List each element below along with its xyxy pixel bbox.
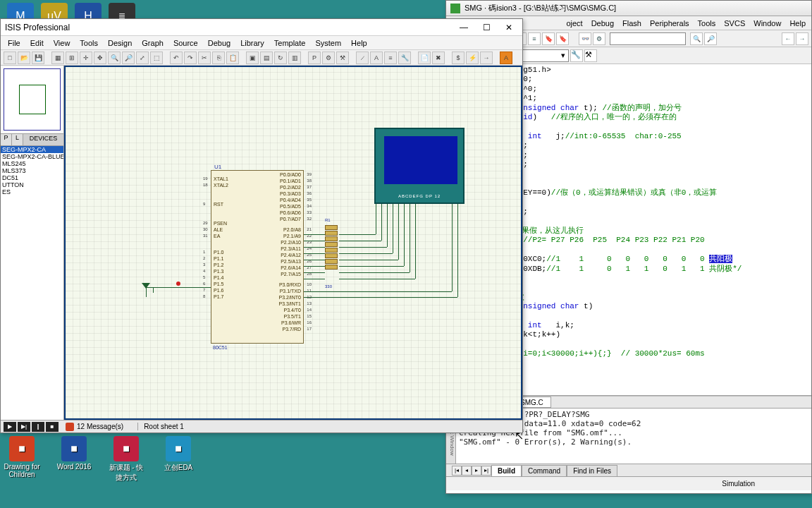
- menu-oject[interactable]: oject: [566, 19, 582, 28]
- library-button[interactable]: L: [12, 134, 23, 145]
- device-item[interactable]: DC51: [1, 174, 63, 181]
- menu-help[interactable]: Help: [351, 39, 367, 47]
- cut-button[interactable]: ✂: [198, 52, 211, 64]
- bookmark-next-button[interactable]: 🔖: [556, 32, 569, 45]
- menu-edit[interactable]: Edit: [30, 39, 44, 47]
- options-button[interactable]: 🔧: [570, 49, 583, 62]
- menu-tools[interactable]: Tools: [698, 19, 716, 28]
- device-item[interactable]: UTTON: [1, 181, 63, 188]
- copy-button[interactable]: ⎘: [212, 52, 225, 64]
- desktop-shortcut[interactable]: ■Drawing for Children: [3, 436, 41, 483]
- message-count[interactable]: 12 Message(s): [66, 423, 123, 431]
- find-button[interactable]: 👓: [579, 32, 591, 45]
- pick-device-button[interactable]: P: [1, 134, 12, 145]
- desktop-shortcut[interactable]: ■新课题 - 快捷方式: [107, 436, 145, 483]
- device-item[interactable]: MLS245: [1, 160, 63, 167]
- netlist-ares-button[interactable]: →: [480, 52, 493, 64]
- menu-debug[interactable]: Debug: [591, 19, 614, 28]
- zoom-in-button[interactable]: 🔍: [108, 52, 121, 64]
- make-device-button[interactable]: ⚙: [322, 52, 335, 64]
- mcu-80c51[interactable]: U1 19XTAL118XTAL29RST29PSEN30ALE31EA1P1.…: [211, 170, 304, 344]
- menu-window[interactable]: Window: [753, 19, 781, 28]
- menu-svcs[interactable]: SVCS: [724, 19, 745, 28]
- paste-button[interactable]: 📋: [226, 52, 239, 64]
- menu-template[interactable]: Template: [274, 39, 306, 47]
- menu-debug[interactable]: Debug: [208, 39, 230, 47]
- erc-button[interactable]: ⚡: [466, 52, 479, 64]
- ares-button[interactable]: A: [500, 52, 512, 64]
- step-button[interactable]: ▶|: [18, 422, 30, 432]
- pick-button[interactable]: P: [308, 52, 321, 64]
- menu-tools[interactable]: Tools: [80, 39, 98, 47]
- menu-flash[interactable]: Flash: [622, 19, 641, 28]
- overview-window[interactable]: [4, 68, 61, 131]
- maximize-button[interactable]: ☐: [477, 21, 496, 34]
- device-item[interactable]: SEG-MPX2-CA: [1, 146, 63, 153]
- new-sheet-button[interactable]: 📄: [418, 52, 431, 64]
- menu-source[interactable]: Source: [173, 39, 198, 47]
- device-list[interactable]: SEG-MPX2-CASEG-MPX2-CA-BLUEMLS245MLS373D…: [1, 146, 63, 420]
- pan-button[interactable]: ✥: [94, 52, 106, 64]
- menu-view[interactable]: View: [54, 39, 70, 47]
- menu-help[interactable]: Help: [789, 19, 806, 28]
- tab-nav-prev[interactable]: ◂: [462, 466, 472, 476]
- device-item[interactable]: MLS373: [1, 167, 63, 174]
- zoom-out-button[interactable]: 🔎: [122, 52, 135, 64]
- proteus-titlebar[interactable]: ISIS Professional — ☐ ✕: [1, 19, 522, 36]
- menu-file[interactable]: File: [8, 39, 20, 47]
- pause-button[interactable]: ‖: [32, 422, 44, 432]
- bookmark-button[interactable]: 🔖: [542, 32, 555, 45]
- seven-seg-display[interactable]: ABCDEFG DP 12: [374, 128, 465, 204]
- schematic-canvas[interactable]: ABCDEFG DP 12 U1 19XTAL118XTAL29RST29PSE…: [64, 66, 522, 420]
- decompose-button[interactable]: ⚒: [336, 52, 349, 64]
- output-tab-find[interactable]: Find in Files: [567, 465, 617, 476]
- config-button[interactable]: ⚙: [593, 32, 605, 45]
- resistor-network[interactable]: R1 330: [325, 225, 339, 282]
- menu-peripherals[interactable]: Peripherals: [650, 19, 689, 28]
- tab-nav-first[interactable]: |◂: [452, 466, 462, 476]
- search-combo[interactable]: [610, 32, 686, 45]
- redo-button[interactable]: ↷: [184, 52, 197, 64]
- undo-button[interactable]: ↶: [170, 52, 183, 64]
- zoom-all-button[interactable]: ⤢: [136, 52, 149, 64]
- bill-button[interactable]: $: [452, 52, 465, 64]
- block-move-button[interactable]: ▤: [260, 52, 273, 64]
- save-button[interactable]: 💾: [32, 52, 44, 64]
- origin-button[interactable]: ✛: [80, 52, 92, 64]
- new-button[interactable]: □: [4, 52, 16, 64]
- output-tab-build[interactable]: Build: [491, 465, 522, 476]
- tab-nav-last[interactable]: ▸|: [481, 466, 491, 476]
- indent-right-button[interactable]: ≡: [528, 32, 541, 45]
- minimize-button[interactable]: —: [455, 21, 473, 34]
- keil-titlebar[interactable]: SMG · 碼ision3 - [G:\B站\练习\SMG\SMG.C]: [446, 1, 811, 16]
- output-tab-command[interactable]: Command: [522, 465, 567, 476]
- device-item[interactable]: SEG-MPX2-CA-BLUE: [1, 153, 63, 160]
- menu-design[interactable]: Design: [108, 39, 132, 47]
- incremental-find-button[interactable]: 🔎: [704, 32, 717, 45]
- nav-back-button[interactable]: ←: [782, 32, 794, 45]
- device-item[interactable]: ES: [1, 188, 63, 195]
- block-rotate-button[interactable]: ↻: [274, 52, 287, 64]
- block-copy-button[interactable]: ▣: [246, 52, 259, 64]
- desktop-shortcut[interactable]: ■立创EDA: [159, 436, 197, 483]
- print-area-button[interactable]: ▦: [51, 52, 64, 64]
- menu-library[interactable]: Library: [240, 39, 264, 47]
- block-delete-button[interactable]: ▥: [288, 52, 301, 64]
- find-in-files-button[interactable]: 🔍: [690, 32, 703, 45]
- switch-node[interactable]: [176, 282, 180, 286]
- property-button[interactable]: ≡: [384, 52, 397, 64]
- zoom-area-button[interactable]: ⬚: [150, 52, 163, 64]
- search-tag-button[interactable]: A: [370, 52, 383, 64]
- open-button[interactable]: 📂: [18, 52, 30, 64]
- close-button[interactable]: ✕: [500, 21, 518, 34]
- nav-fwd-button[interactable]: →: [796, 32, 808, 45]
- stop-button[interactable]: ■: [46, 422, 59, 432]
- wire-autoroute-button[interactable]: ⟋: [356, 52, 369, 64]
- tab-nav-next[interactable]: ▸: [472, 466, 481, 476]
- grid-button[interactable]: ⊞: [66, 52, 78, 64]
- menu-graph[interactable]: Graph: [142, 39, 164, 47]
- menu-system[interactable]: System: [315, 39, 341, 47]
- design-explorer-button[interactable]: 🔧: [398, 52, 411, 64]
- play-button[interactable]: ▶: [4, 422, 16, 432]
- build-button[interactable]: ⚒: [584, 49, 597, 62]
